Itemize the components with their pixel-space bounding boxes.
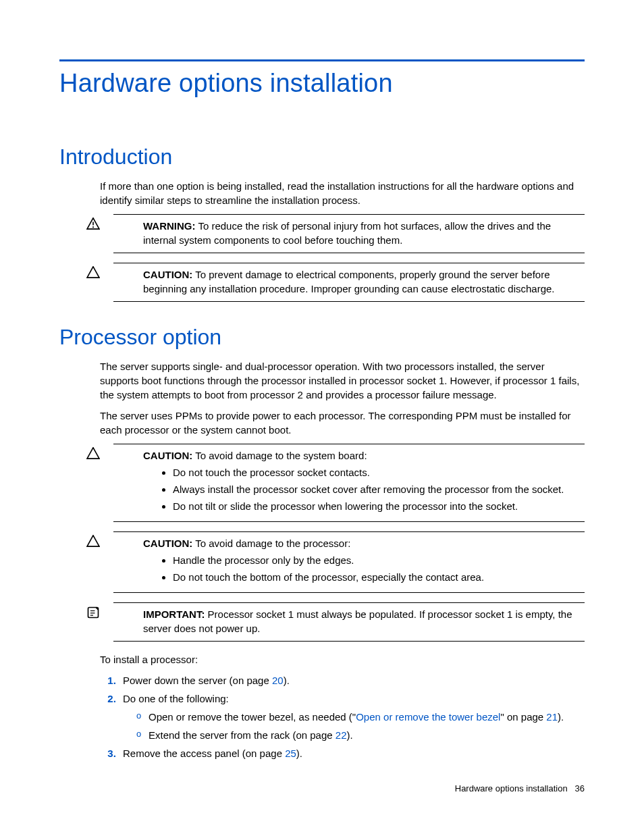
caution-bullets: Do not touch the processor socket contac… [143,465,585,513]
step-1: Power down the server (on page 20). [119,673,585,687]
processor-p2: The server uses PPMs to provide power to… [100,409,585,437]
important-admonition: IMPORTANT: Processor socket 1 must alway… [113,602,585,642]
caution-admonition: CAUTION: To prevent damage to electrical… [113,263,585,302]
footer-page-number: 36 [575,783,585,793]
warning-text: To reduce the risk of personal injury fr… [143,220,551,246]
processor-p1: The server supports single- and dual-pro… [100,359,585,402]
caution-system-board: CAUTION: To avoid damage to the system b… [113,444,585,522]
page-footer: Hardware options installation 36 [455,783,585,795]
warning-label: WARNING: [143,220,196,232]
footer-text: Hardware options installation [455,783,568,793]
note-icon [85,606,101,623]
caution-text: To avoid damage to the system board: [195,450,367,461]
page-link-22[interactable]: 22 [336,729,347,741]
caution-label: CAUTION: [143,450,192,461]
step-2: Do one of the following: Open or remove … [119,692,585,742]
step-3: Remove the access panel (on page 25). [119,746,585,760]
install-steps: Power down the server (on page 20). Do o… [100,673,585,760]
bullet-item: Do not touch the bottom of the processor… [173,570,585,584]
section-title-processor: Processor option [59,322,585,353]
caution-text: To avoid damage to the processor: [195,538,350,549]
bullet-item: Do not touch the processor socket contac… [173,465,585,479]
important-text: Processor socket 1 must always be popula… [143,608,572,634]
bullet-item: Always install the processor socket cove… [173,482,585,496]
section-title-introduction: Introduction [59,142,585,172]
important-label: IMPORTANT: [143,608,205,620]
caution-bullets: Handle the processor only by the edges. … [143,553,585,584]
caution-text: To prevent damage to electrical componen… [143,269,555,294]
caution-icon [85,447,101,463]
sub-item: Open or remove the tower bezel, as neede… [136,710,585,724]
caution-processor: CAUTION: To avoid damage to the processo… [113,531,585,593]
caution-label: CAUTION: [143,269,192,280]
chapter-title: Hardware options installation [59,66,585,101]
caution-icon [85,535,101,550]
bullet-item: Do not tilt or slide the processor when … [173,499,585,513]
warning-icon [85,217,101,233]
page-link-25[interactable]: 25 [285,748,296,759]
sub-item: Extend the server from the rack (on page… [136,728,585,742]
intro-paragraph: If more than one option is being install… [100,179,585,207]
steps-lead-in: To install a processor: [100,652,585,667]
page-link-21[interactable]: 21 [546,711,558,723]
caution-icon [85,266,101,282]
step-2-sublist: Open or remove the tower bezel, as neede… [123,710,585,742]
warning-admonition: WARNING: To reduce the risk of personal … [113,214,585,253]
bullet-item: Handle the processor only by the edges. [173,553,585,567]
svg-point-1 [92,226,94,228]
page-link-20[interactable]: 20 [272,675,284,686]
chapter-rule [59,59,585,61]
caution-label: CAUTION: [143,538,192,549]
link-open-bezel[interactable]: Open or remove the tower bezel [356,711,500,723]
